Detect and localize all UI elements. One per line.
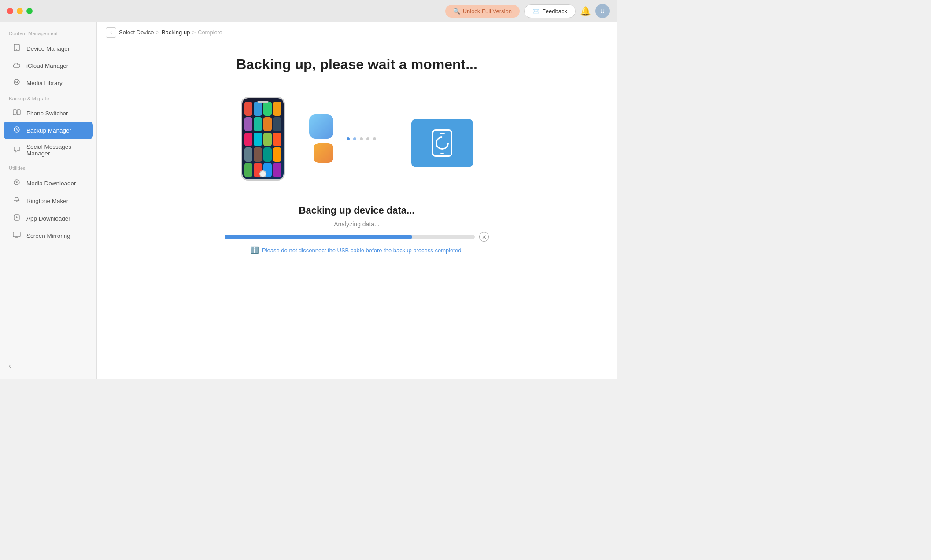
- backup-manager-icon: [12, 126, 21, 135]
- unlock-label: Unlock Full Version: [463, 8, 512, 15]
- notification-bell-button[interactable]: 🔔: [580, 6, 591, 16]
- content-area: Backing up, please wait a moment...: [97, 43, 617, 379]
- ringtone-maker-icon: [12, 196, 21, 205]
- svg-point-1: [16, 49, 17, 50]
- dot: [360, 137, 363, 140]
- dot: [366, 137, 369, 140]
- sidebar-item-phone-switcher[interactable]: Phone Switcher: [4, 105, 93, 122]
- app-icon: [254, 147, 262, 162]
- breadcrumb-step2: Backing up: [162, 29, 190, 36]
- svg-rect-9: [13, 232, 20, 237]
- titlebar-right: 🔍 Unlock Full Version ✉️ Feedback 🔔 U: [445, 4, 610, 18]
- breadcrumb-step1[interactable]: Select Device: [119, 29, 154, 36]
- cancel-progress-button[interactable]: ✕: [479, 232, 489, 242]
- media-downloader-icon: [12, 179, 21, 188]
- progress-subtitle: Analyzing data...: [334, 221, 380, 228]
- app-icon: [244, 163, 253, 177]
- titlebar: 🔍 Unlock Full Version ✉️ Feedback 🔔 U: [0, 0, 617, 22]
- sidebar-item-icloud-manager[interactable]: iCloud Manager: [4, 57, 93, 74]
- collapse-sidebar-button[interactable]: ‹: [9, 362, 11, 370]
- info-icon: ℹ️: [251, 246, 259, 254]
- minimize-button[interactable]: [17, 8, 23, 14]
- feedback-label: Feedback: [542, 8, 567, 15]
- sidebar-item-app-downloader[interactable]: App Downloader: [4, 210, 93, 227]
- utilities-label: Utilities: [0, 166, 96, 174]
- breadcrumb-back-button[interactable]: ‹: [106, 27, 116, 38]
- backup-migrate-label: Backup & Migrate: [0, 96, 96, 105]
- sidebar-item-device-manager[interactable]: Device Manager: [4, 40, 93, 57]
- backup-folder: [411, 110, 473, 167]
- phone-switcher-icon: [12, 109, 21, 117]
- app-icon: [273, 147, 281, 162]
- sidebar-item-social-messages[interactable]: Social Messages Manager: [4, 139, 93, 161]
- sidebar-item-screen-mirroring[interactable]: Screen Mirroring: [4, 227, 93, 244]
- sidebar-item-media-library[interactable]: Media Library: [4, 74, 93, 92]
- sidebar-item-ringtone-maker[interactable]: Ringtone Maker: [4, 192, 93, 210]
- bell-icon: 🔔: [580, 6, 591, 16]
- floating-icons: [296, 114, 333, 163]
- sidebar-bottom: ‹: [0, 357, 96, 374]
- sidebar-item-backup-manager[interactable]: Backup Manager: [4, 122, 93, 139]
- sidebar-label-device-manager: Device Manager: [26, 45, 70, 52]
- progress-bar-fill: [225, 235, 412, 239]
- folder-phone-home: [440, 153, 444, 154]
- close-button[interactable]: [7, 8, 13, 14]
- sidebar-label-backup-manager: Backup Manager: [26, 127, 71, 134]
- dot: [373, 137, 376, 140]
- avatar[interactable]: U: [595, 4, 610, 18]
- sidebar-label-phone-switcher: Phone Switcher: [26, 110, 68, 117]
- breadcrumb-bar: ‹ Select Device > Backing up > Complete: [97, 22, 617, 43]
- sidebar: Content Management Device Manager iCloud…: [0, 22, 97, 379]
- refresh-arrow-icon: [432, 134, 451, 152]
- progress-section: Backing up device data... Analyzing data…: [225, 205, 489, 254]
- app-body: Content Management Device Manager iCloud…: [0, 22, 617, 379]
- transfer-dots: [347, 137, 376, 140]
- svg-rect-4: [13, 110, 16, 115]
- sidebar-item-media-downloader[interactable]: Media Downloader: [4, 174, 93, 192]
- float-icon-orange: [314, 143, 333, 163]
- folder-phone-speaker: [440, 133, 445, 134]
- social-messages-icon: [12, 146, 21, 155]
- sidebar-label-media-library: Media Library: [26, 80, 63, 86]
- phone-mockup: [241, 97, 285, 181]
- maximize-button[interactable]: [26, 8, 33, 14]
- app-icon: [273, 102, 281, 116]
- mail-icon: ✉️: [532, 8, 539, 15]
- main-content: ‹ Select Device > Backing up > Complete …: [97, 22, 617, 379]
- feedback-button[interactable]: ✉️ Feedback: [524, 4, 576, 18]
- sidebar-label-ringtone-maker: Ringtone Maker: [26, 198, 68, 204]
- app-icon: [244, 102, 253, 116]
- warning-text: ℹ️ Please do not disconnect the USB cabl…: [251, 246, 463, 254]
- folder-body: [411, 119, 473, 167]
- cancel-icon: ✕: [482, 234, 487, 240]
- traffic-lights: [7, 8, 33, 14]
- screen-mirroring-icon: [12, 232, 21, 239]
- folder-content: [432, 129, 452, 157]
- back-chevron-icon: ‹: [110, 29, 112, 36]
- app-icon: [263, 147, 272, 162]
- unlock-full-version-button[interactable]: 🔍 Unlock Full Version: [445, 5, 520, 18]
- icloud-manager-icon: [12, 62, 21, 70]
- app-icon: [254, 102, 262, 116]
- breadcrumb-step3: Complete: [198, 29, 222, 36]
- sidebar-label-app-downloader: App Downloader: [26, 215, 70, 222]
- media-library-icon: [12, 78, 21, 87]
- sidebar-label-social-messages: Social Messages Manager: [26, 144, 84, 157]
- folder-tab: [411, 110, 433, 119]
- breadcrumb-sep2: >: [192, 29, 196, 36]
- phone-speaker: [257, 101, 268, 103]
- app-icon: [263, 133, 272, 147]
- app-icon: [254, 117, 262, 131]
- svg-point-3: [16, 81, 18, 83]
- warning-message: Please do not disconnect the USB cable b…: [262, 247, 463, 254]
- sidebar-label-media-downloader: Media Downloader: [26, 180, 76, 187]
- content-management-label: Content Management: [0, 31, 96, 40]
- app-icon: [254, 133, 262, 147]
- avatar-initial: U: [600, 7, 605, 15]
- app-icon: [244, 133, 253, 147]
- lock-icon: 🔍: [453, 8, 460, 15]
- device-manager-icon: [12, 44, 21, 53]
- app-icon: [263, 117, 272, 131]
- app-icon: [273, 133, 281, 147]
- app-icon: [273, 163, 281, 177]
